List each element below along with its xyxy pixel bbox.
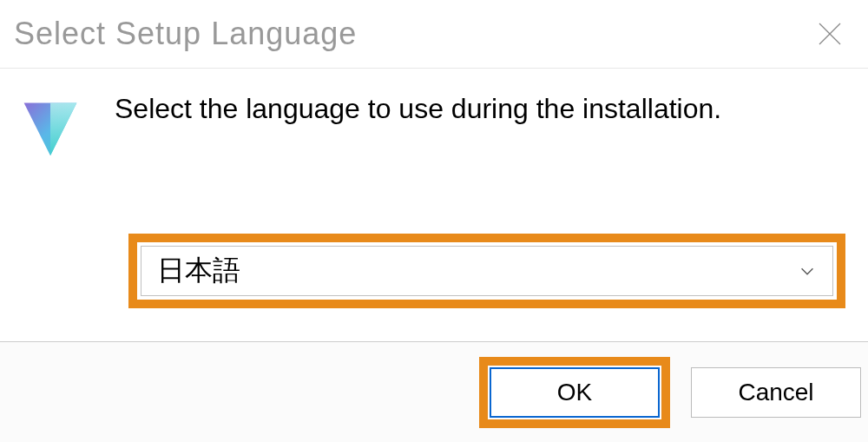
highlight-box-dropdown: 日本語 [128,234,845,308]
dialog-content: Select the language to use during the in… [0,69,868,308]
language-dropdown[interactable]: 日本語 [141,246,833,296]
close-button[interactable] [812,16,847,51]
language-dropdown-value: 日本語 [157,252,240,290]
chevron-down-icon [798,261,817,280]
ok-button[interactable]: OK [490,367,660,418]
cancel-button[interactable]: Cancel [691,367,861,418]
language-dropdown-container: 日本語 [128,234,845,308]
highlight-box-ok: OK [479,357,670,428]
close-icon [816,20,844,48]
dialog-footer: OK Cancel [0,341,868,442]
titlebar: Select Setup Language [0,0,868,69]
instruction-row: Select the language to use during the in… [17,88,845,159]
window-title: Select Setup Language [14,16,357,52]
app-icon [17,93,83,159]
instruction-text: Select the language to use during the in… [115,93,721,125]
